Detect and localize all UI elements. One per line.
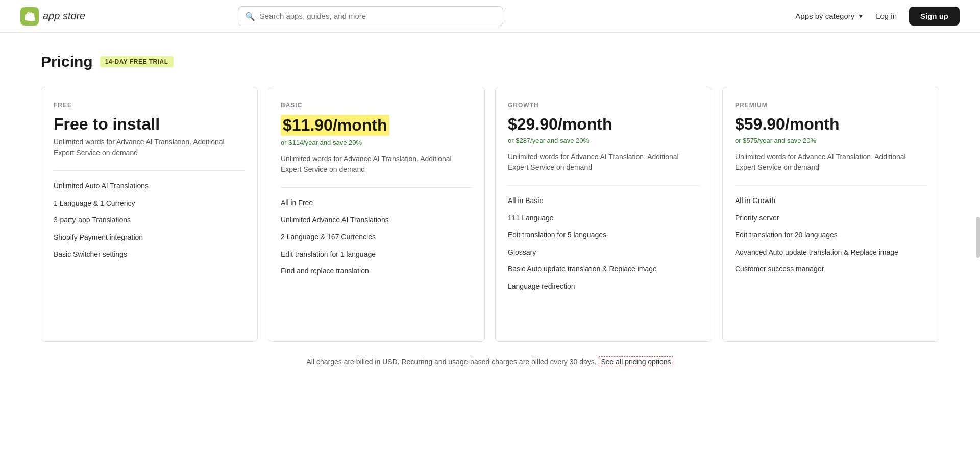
feature-item: Glossary <box>508 247 699 258</box>
pricing-card-basic: BASIC$11.90/monthor $114/year and save 2… <box>268 87 485 342</box>
trial-badge: 14-DAY FREE TRIAL <box>100 56 174 67</box>
card-description: Unlimited words for Advance AI Translati… <box>735 152 926 173</box>
card-features-list: All in Basic111 LanguageEdit translation… <box>508 196 699 292</box>
card-price: Free to install <box>54 115 245 134</box>
feature-item: Unlimited Auto AI Translations <box>54 181 245 191</box>
feature-item: Edit translation for 5 languages <box>508 230 699 240</box>
card-tier-label: BASIC <box>281 102 472 109</box>
feature-item: 111 Language <box>508 213 699 223</box>
card-features-list: All in FreeUnlimited Advance AI Translat… <box>281 198 472 277</box>
feature-item: All in Basic <box>508 196 699 206</box>
feature-item: Basic Switcher settings <box>54 250 245 260</box>
card-divider <box>508 185 699 186</box>
feature-item: All in Growth <box>735 196 926 206</box>
billing-note: All charges are billed in USD. Recurring… <box>307 358 597 366</box>
feature-item: Priority server <box>735 213 926 223</box>
feature-item: Edit translation for 20 languages <box>735 230 926 240</box>
card-price: $59.90/month <box>735 115 926 134</box>
feature-item: Find and replace translation <box>281 266 472 277</box>
card-description: Unlimited words for Advance AI Translati… <box>281 154 472 175</box>
card-yearly-price: or $114/year and save 20% <box>281 139 472 146</box>
feature-item: Unlimited Advance AI Translations <box>281 215 472 226</box>
card-yearly-price: or $575/year and save 20% <box>735 137 926 144</box>
feature-item: Shopify Payment integration <box>54 233 245 243</box>
pricing-card-free: FREEFree to installUnlimited words for A… <box>41 87 258 342</box>
logo-text: app store <box>43 10 85 22</box>
pricing-card-premium: PREMIUM$59.90/monthor $575/year and save… <box>722 87 939 342</box>
shopify-bag-icon <box>20 7 39 26</box>
card-tier-label: GROWTH <box>508 102 699 109</box>
feature-item: Language redirection <box>508 282 699 292</box>
logo[interactable]: app store <box>20 7 85 26</box>
search-icon: 🔍 <box>245 11 255 21</box>
main-content: Pricing 14-DAY FREE TRIAL FREEFree to in… <box>0 33 980 398</box>
apps-by-category-label: Apps by category <box>795 12 854 20</box>
pricing-footer: All charges are billed in USD. Recurring… <box>41 356 939 367</box>
card-features-list: Unlimited Auto AI Translations1 Language… <box>54 181 245 260</box>
card-divider <box>735 185 926 186</box>
chevron-down-icon: ▼ <box>857 13 864 20</box>
feature-item: Advanced Auto update translation & Repla… <box>735 247 926 258</box>
pricing-cards: FREEFree to installUnlimited words for A… <box>41 87 939 342</box>
nav-right: Apps by category ▼ Log in Sign up <box>795 7 960 26</box>
card-yearly-price: or $287/year and save 20% <box>508 137 699 144</box>
feature-item: 1 Language & 1 Currency <box>54 198 245 209</box>
search-input[interactable] <box>238 6 503 26</box>
card-features-list: All in GrowthPriority serverEdit transla… <box>735 196 926 275</box>
card-price: $29.90/month <box>508 115 699 134</box>
card-divider <box>54 170 245 171</box>
card-divider <box>281 187 472 188</box>
card-description: Unlimited words for Advance AI Translati… <box>508 152 699 173</box>
see-all-pricing-button[interactable]: See all pricing options <box>599 356 674 367</box>
apps-by-category-menu[interactable]: Apps by category ▼ <box>795 12 864 20</box>
pricing-title: Pricing <box>41 53 93 70</box>
card-tier-label: FREE <box>54 102 245 109</box>
pricing-card-growth: GROWTH$29.90/monthor $287/year and save … <box>495 87 712 342</box>
card-price: $11.90/month <box>281 115 389 136</box>
feature-item: 3-party-app Translations <box>54 215 245 226</box>
search-bar: 🔍 <box>238 6 503 26</box>
pricing-header: Pricing 14-DAY FREE TRIAL <box>41 53 939 70</box>
header: app store 🔍 Apps by category ▼ Log in Si… <box>0 0 980 33</box>
signup-button[interactable]: Sign up <box>909 7 960 26</box>
feature-item: Customer success manager <box>735 264 926 275</box>
card-description: Unlimited words for Advance AI Translati… <box>54 137 245 158</box>
card-tier-label: PREMIUM <box>735 102 926 109</box>
scrollbar[interactable] <box>976 217 980 258</box>
feature-item: All in Free <box>281 198 472 208</box>
feature-item: Basic Auto update translation & Replace … <box>508 264 699 275</box>
feature-item: 2 Language & 167 Currencies <box>281 232 472 242</box>
feature-item: Edit translation for 1 language <box>281 250 472 260</box>
login-button[interactable]: Log in <box>876 12 897 20</box>
